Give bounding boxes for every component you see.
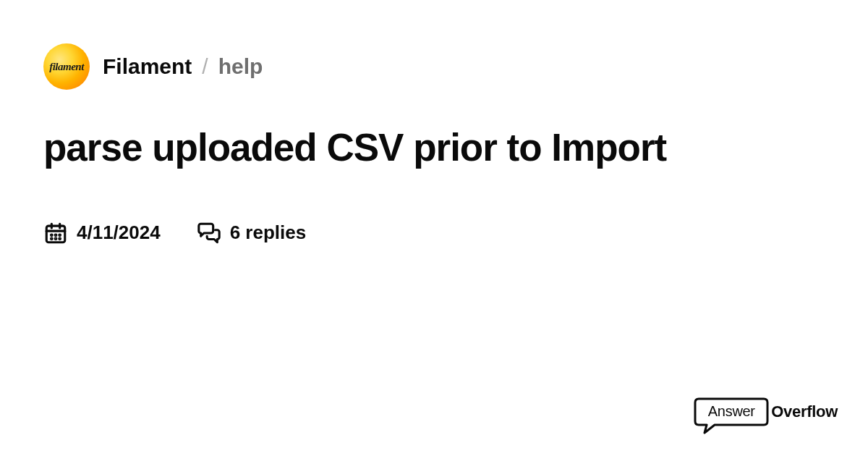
svg-point-8 bbox=[55, 238, 56, 240]
svg-point-4 bbox=[51, 235, 52, 236]
breadcrumb-channel: help bbox=[218, 54, 263, 79]
breadcrumb-community: Filament bbox=[103, 54, 192, 79]
date-text: 4/11/2024 bbox=[77, 221, 161, 244]
breadcrumb: Filament / help bbox=[103, 54, 263, 79]
breadcrumb-separator: / bbox=[202, 54, 208, 79]
svg-point-6 bbox=[59, 235, 61, 236]
header: filament Filament / help bbox=[43, 43, 825, 90]
svg-point-7 bbox=[51, 238, 52, 240]
community-avatar: filament bbox=[43, 43, 90, 90]
calendar-icon bbox=[43, 221, 68, 245]
meta-replies: 6 replies bbox=[197, 221, 307, 245]
replies-text: 6 replies bbox=[230, 221, 307, 244]
brand-logo: Answer Overflow bbox=[693, 397, 838, 434]
avatar-label: filament bbox=[49, 61, 84, 73]
post-meta: 4/11/2024 6 replies bbox=[43, 221, 825, 245]
post-title: parse uploaded CSV prior to Import bbox=[43, 126, 825, 170]
brand-word-2: Overflow bbox=[771, 402, 838, 421]
svg-point-9 bbox=[59, 238, 61, 240]
brand-bubble: Answer bbox=[693, 397, 770, 434]
replies-icon bbox=[197, 221, 221, 245]
svg-point-5 bbox=[55, 235, 56, 236]
brand-word-1: Answer bbox=[693, 403, 770, 420]
meta-date: 4/11/2024 bbox=[43, 221, 161, 245]
